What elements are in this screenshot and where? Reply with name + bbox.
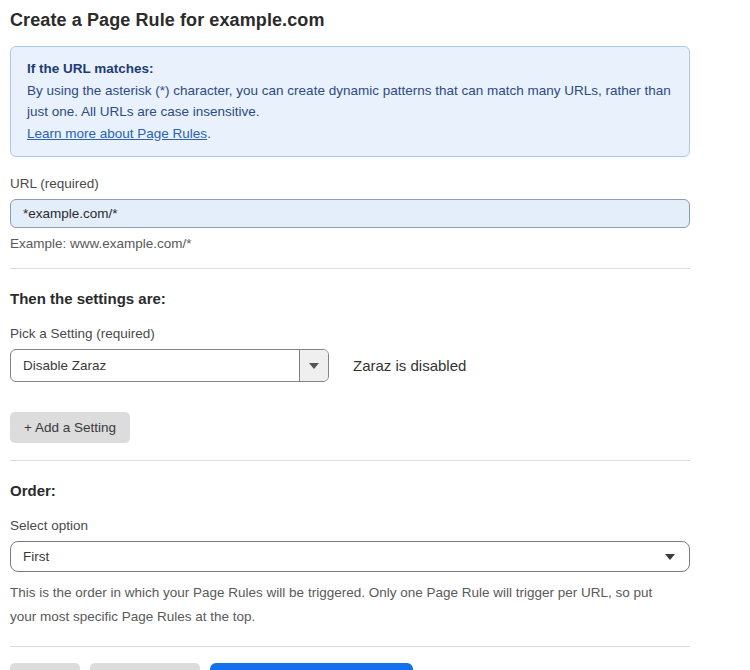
url-example-text: Example: www.example.com/* [10,236,690,251]
url-field-label: URL (required) [10,176,690,191]
form-actions: Cancel Save as Draft Save and Deploy Pag… [10,663,690,670]
add-setting-button[interactable]: + Add a Setting [10,412,130,443]
setting-row: Disable Zaraz Zaraz is disabled [10,349,690,382]
save-and-deploy-button[interactable]: Save and Deploy Page Rule [210,663,414,670]
info-box-body: By using the asterisk (*) character, you… [27,80,673,123]
setting-status-text: Zaraz is disabled [353,357,466,374]
link-period: . [207,126,211,141]
save-as-draft-button[interactable]: Save as Draft [90,663,200,670]
info-box-link-line: Learn more about Page Rules. [27,123,673,145]
learn-more-link[interactable]: Learn more about Page Rules [27,126,207,141]
order-description: This is the order in which your Page Rul… [10,581,682,629]
setting-select-value: Disable Zaraz [11,350,299,381]
cancel-button[interactable]: Cancel [10,663,80,670]
order-select-value: First [23,549,665,564]
setting-select-arrow-button[interactable] [299,350,328,381]
divider [10,460,690,461]
order-select-label: Select option [10,518,690,533]
info-box-heading: If the URL matches: [27,58,673,80]
divider [10,646,690,647]
order-section-heading: Order: [10,482,690,499]
divider [10,268,690,269]
url-input[interactable] [10,199,690,228]
setting-picker-label: Pick a Setting (required) [10,326,690,341]
page-title: Create a Page Rule for example.com [10,10,690,31]
chevron-down-icon [665,554,675,560]
settings-section-heading: Then the settings are: [10,290,690,307]
page-rule-form: Create a Page Rule for example.com If th… [0,0,750,670]
url-match-info-box: If the URL matches: By using the asteris… [10,46,690,157]
chevron-down-icon [309,363,319,369]
order-select[interactable]: First [10,541,690,572]
setting-select[interactable]: Disable Zaraz [10,349,329,382]
